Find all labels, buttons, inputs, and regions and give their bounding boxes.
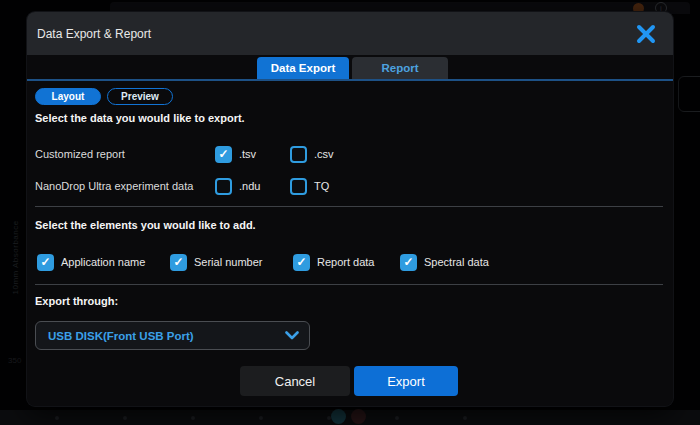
background-axis-tick: 350 xyxy=(8,356,21,365)
tsv-label: .tsv xyxy=(239,148,256,160)
row-label: NanoDrop Ultra experiment data xyxy=(35,180,215,192)
application-name-label: Application name xyxy=(61,256,145,268)
report-data-checkbox[interactable] xyxy=(293,254,310,271)
cancel-button[interactable]: Cancel xyxy=(240,366,350,396)
dialog-header: Data Export & Report xyxy=(27,12,673,55)
dialog-title: Data Export & Report xyxy=(37,27,151,41)
background-side-button xyxy=(678,76,700,112)
data-export-report-dialog: Data Export & Report Data Export Report … xyxy=(27,12,673,406)
tsv-checkbox[interactable] xyxy=(215,146,232,163)
dropdown-selected-value: USB DISK(Front USB Port) xyxy=(48,330,194,342)
export-through-heading: Export through: xyxy=(35,294,663,308)
experiment-data-row: NanoDrop Ultra experiment data .ndu TQ xyxy=(35,175,663,197)
serial-number-checkbox[interactable] xyxy=(170,254,187,271)
elements-row: Application name Serial number Report da… xyxy=(35,251,663,273)
ndu-label: .ndu xyxy=(239,180,260,192)
application-name-checkbox[interactable] xyxy=(37,254,54,271)
row-label: Customized report xyxy=(35,148,215,160)
close-icon xyxy=(635,23,657,45)
screen: ❮ i 10mm Absorbance 350 Data Export & Re… xyxy=(0,0,700,425)
tab-report[interactable]: Report xyxy=(352,57,448,79)
preview-toggle-button[interactable]: Preview xyxy=(107,88,173,105)
dialog-body: Layout Preview Select the data you would… xyxy=(27,88,673,396)
background-y-axis-label: 10mm Absorbance xyxy=(11,205,20,295)
report-data-label: Report data xyxy=(317,256,374,268)
csv-label: .csv xyxy=(314,148,334,160)
customized-report-row: Customized report .tsv .csv xyxy=(35,143,663,165)
nav-dot-teal-icon xyxy=(331,409,346,424)
section-divider xyxy=(35,284,663,285)
close-button[interactable] xyxy=(633,21,659,47)
action-buttons: Cancel Export xyxy=(35,366,663,396)
ndu-checkbox[interactable] xyxy=(215,178,232,195)
nav-dot-red-icon xyxy=(351,409,366,424)
data-section-heading: Select the data you would like to export… xyxy=(35,111,663,125)
view-toggle: Layout Preview xyxy=(35,88,663,105)
elements-section-heading: Select the elements you would like to ad… xyxy=(35,218,663,232)
tab-underline xyxy=(27,79,673,81)
layout-toggle-button[interactable]: Layout xyxy=(35,88,101,105)
serial-number-label: Serial number xyxy=(194,256,262,268)
chevron-down-icon xyxy=(285,331,299,340)
csv-checkbox[interactable] xyxy=(290,146,307,163)
tq-label: TQ xyxy=(314,180,329,192)
tab-bar: Data Export Report xyxy=(27,55,673,79)
section-divider xyxy=(35,206,663,207)
export-destination-dropdown[interactable]: USB DISK(Front USB Port) xyxy=(35,321,310,350)
tq-checkbox[interactable] xyxy=(290,178,307,195)
background-dots xyxy=(55,416,485,420)
spectral-data-label: Spectral data xyxy=(424,256,489,268)
export-button[interactable]: Export xyxy=(354,366,458,396)
spectral-data-checkbox[interactable] xyxy=(400,254,417,271)
tab-data-export[interactable]: Data Export xyxy=(257,57,349,79)
